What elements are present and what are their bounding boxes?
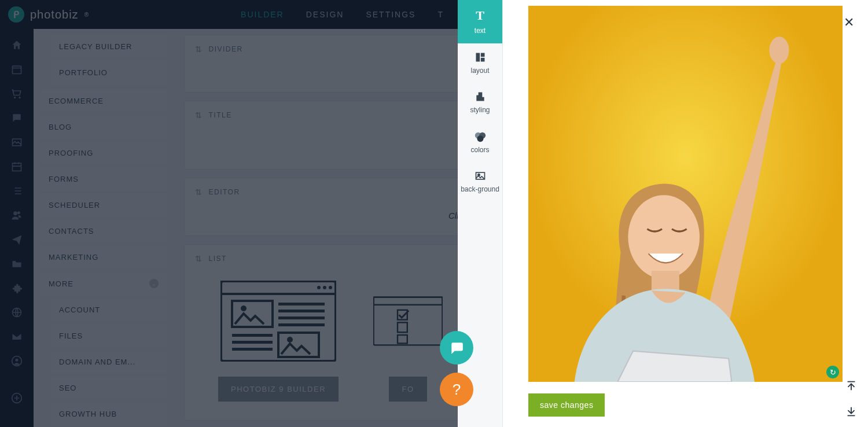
- top-nav: BUILDER DESIGN SETTINGS T: [241, 0, 458, 29]
- tree-files[interactable]: FILES: [51, 324, 167, 348]
- svg-rect-25: [374, 297, 443, 305]
- send-icon[interactable]: [11, 234, 23, 245]
- list-item[interactable]: PHOTOBIZ 9 BUILDER: [218, 281, 339, 402]
- tree-domain[interactable]: DOMAIN AND EM...: [51, 350, 167, 374]
- help-button[interactable]: ?: [440, 373, 473, 406]
- building-icon: [475, 91, 486, 102]
- browser-wireframe-icon: [220, 281, 336, 362]
- tree-marketing[interactable]: MARKETING: [41, 245, 167, 269]
- tree-ecommerce[interactable]: ECOMMERCE: [41, 89, 167, 113]
- card-button[interactable]: PHOTOBIZ 9 BUILDER: [218, 377, 339, 402]
- calendar-icon[interactable]: [11, 64, 23, 75]
- tree-legacy-builder[interactable]: LEGACY BUILDER: [51, 35, 167, 58]
- tree-account[interactable]: ACCOUNT: [51, 298, 167, 322]
- svg-rect-30: [480, 53, 484, 57]
- drag-handle-icon[interactable]: ⇅: [195, 187, 203, 197]
- svg-rect-13: [232, 301, 273, 327]
- svg-point-39: [769, 36, 789, 64]
- tree-portfolio[interactable]: PORTFOLIO: [51, 61, 167, 84]
- background-icon: [475, 170, 486, 182]
- user-circle-icon[interactable]: [11, 355, 23, 367]
- tree-more[interactable]: MORE ⌄: [41, 271, 167, 296]
- logo-mark-icon: ᑭ: [8, 6, 24, 23]
- tree-forms[interactable]: FORMS: [41, 167, 167, 191]
- comment-icon[interactable]: [11, 112, 23, 124]
- tab-colors[interactable]: colors: [458, 123, 502, 162]
- block-label: EDITOR: [209, 188, 240, 196]
- date-icon[interactable]: [11, 161, 23, 172]
- drag-handle-icon[interactable]: ⇅: [195, 45, 203, 54]
- icon-rail: [0, 0, 34, 427]
- tab-layout[interactable]: layout: [458, 43, 502, 83]
- chat-button[interactable]: [440, 331, 473, 365]
- nav-settings[interactable]: SETTINGS: [366, 10, 415, 19]
- tree-seo[interactable]: SEO: [51, 376, 167, 400]
- svg-rect-2: [13, 163, 21, 171]
- drag-handle-icon[interactable]: ⇅: [195, 111, 203, 120]
- svg-rect-20: [232, 341, 273, 344]
- refresh-badge-icon[interactable]: ↻: [826, 366, 839, 378]
- tab-label: styling: [470, 106, 490, 114]
- nav-builder[interactable]: BUILDER: [241, 10, 284, 19]
- save-changes-button[interactable]: save changes: [528, 393, 605, 417]
- tree-contacts[interactable]: CONTACTS: [41, 219, 167, 243]
- globe-icon[interactable]: [11, 307, 23, 318]
- puzzle-icon[interactable]: [11, 282, 23, 294]
- svg-rect-19: [232, 334, 273, 337]
- tab-background[interactable]: back-ground: [458, 162, 502, 201]
- svg-point-23: [287, 337, 293, 343]
- svg-rect-22: [278, 333, 319, 357]
- mail-icon[interactable]: [11, 331, 23, 343]
- svg-point-14: [241, 305, 247, 311]
- svg-rect-31: [480, 58, 484, 62]
- svg-rect-0: [13, 66, 21, 73]
- block-label: TITLE: [209, 111, 232, 119]
- nav-more[interactable]: T: [437, 10, 444, 19]
- add-icon[interactable]: [11, 392, 23, 404]
- svg-point-34: [477, 135, 483, 142]
- brand-name: photobiz: [30, 8, 79, 21]
- text-icon: T: [476, 8, 484, 23]
- close-icon[interactable]: ✕: [844, 15, 854, 30]
- svg-rect-18: [278, 323, 325, 326]
- image-icon[interactable]: [11, 137, 23, 148]
- tree-more-label: MORE: [49, 279, 73, 288]
- list-item[interactable]: FO: [373, 281, 443, 402]
- floating-actions: ?: [440, 331, 473, 406]
- nav-design[interactable]: DESIGN: [306, 10, 344, 19]
- browser-checklist-icon: [373, 281, 443, 362]
- tree-scheduler[interactable]: SCHEDULER: [41, 193, 167, 217]
- tab-styling[interactable]: styling: [458, 83, 502, 122]
- hero-image: ↻: [528, 6, 843, 382]
- svg-point-3: [13, 211, 17, 215]
- tree-growth[interactable]: GROWTH HUB: [51, 402, 167, 426]
- svg-rect-15: [278, 303, 325, 305]
- panel-scroll-controls: [845, 380, 858, 418]
- svg-rect-16: [278, 310, 325, 312]
- svg-rect-17: [278, 316, 325, 319]
- home-icon[interactable]: [11, 39, 23, 51]
- scroll-bottom-icon[interactable]: [845, 405, 858, 418]
- brand-logo[interactable]: ᑭ photobiz®: [8, 6, 89, 23]
- tree-blog[interactable]: BLOG: [41, 115, 167, 139]
- users-icon[interactable]: [11, 209, 23, 221]
- svg-rect-21: [232, 348, 273, 351]
- app-header: ᑭ photobiz® BUILDER DESIGN SETTINGS T: [0, 0, 458, 29]
- tab-text[interactable]: T text: [458, 0, 502, 43]
- tab-label: colors: [470, 146, 489, 154]
- drag-handle-icon[interactable]: ⇅: [195, 254, 203, 263]
- list-icon[interactable]: [11, 185, 23, 197]
- scroll-top-icon[interactable]: [845, 380, 858, 392]
- cart-icon[interactable]: [11, 88, 23, 100]
- svg-point-11: [323, 286, 326, 289]
- svg-point-12: [329, 286, 332, 289]
- svg-rect-28: [398, 335, 407, 343]
- svg-point-40: [628, 195, 700, 279]
- folder-icon[interactable]: [11, 258, 23, 270]
- svg-rect-29: [476, 53, 480, 61]
- chevron-down-icon: ⌄: [149, 279, 159, 288]
- card-button[interactable]: FO: [389, 377, 426, 402]
- block-label: DIVIDER: [209, 45, 243, 53]
- tab-label: back-ground: [461, 185, 499, 193]
- tree-proofing[interactable]: PROOFING: [41, 141, 167, 165]
